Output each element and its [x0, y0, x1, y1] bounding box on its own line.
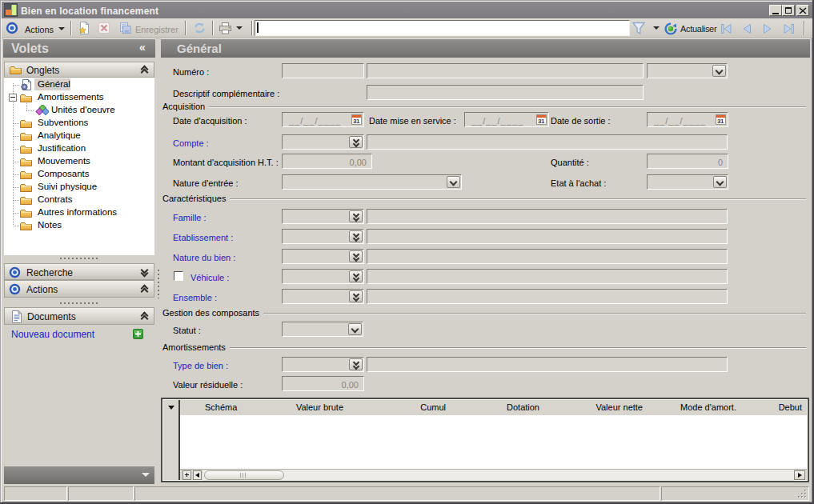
- compte-label[interactable]: Compte :: [173, 138, 209, 148]
- chevron-double-down-icon[interactable]: [349, 250, 363, 262]
- filter-dropdown-icon[interactable]: [653, 26, 660, 30]
- print-dropdown-icon[interactable]: [236, 26, 243, 30]
- tree-item-notes[interactable]: Notes: [38, 220, 62, 230]
- vehicule-combo[interactable]: [282, 269, 364, 284]
- sidebar-bottom-bar[interactable]: [4, 466, 154, 484]
- grid-column-schema[interactable]: Schéma: [205, 402, 237, 412]
- save-icon[interactable]: [118, 22, 131, 34]
- chevron-double-down-icon[interactable]: [349, 210, 363, 222]
- chevron-double-down-icon[interactable]: [349, 270, 363, 282]
- famille-libelle-input[interactable]: [367, 209, 728, 224]
- nav-last-icon[interactable]: [783, 23, 795, 34]
- maximize-button[interactable]: [782, 5, 795, 16]
- nav-next-icon[interactable]: [762, 23, 773, 34]
- scrollbar-thumb[interactable]: [204, 470, 284, 480]
- refresh-icon[interactable]: [193, 22, 207, 35]
- resize-grip[interactable]: [798, 490, 808, 499]
- collapse-group-icon[interactable]: [141, 66, 150, 75]
- refresh-button[interactable]: Actualiser: [680, 24, 716, 34]
- nature-bien-libelle-input[interactable]: [367, 249, 728, 264]
- tree-expander-minus[interactable]: [9, 94, 17, 102]
- numero-combo[interactable]: [647, 63, 728, 78]
- famille-combo[interactable]: [282, 209, 364, 224]
- nav-previous-icon[interactable]: [741, 23, 752, 34]
- quantite-input[interactable]: 0: [647, 154, 728, 169]
- add-document-icon[interactable]: [133, 329, 143, 339]
- tree-item-general[interactable]: Général: [38, 79, 70, 89]
- etat-achat-combo[interactable]: [647, 174, 728, 190]
- close-button[interactable]: [796, 5, 809, 16]
- group-bar-onglets[interactable]: Onglets: [4, 62, 154, 78]
- grid-column-dotation[interactable]: Dotation: [459, 402, 539, 412]
- etablissement-libelle-input[interactable]: [367, 229, 728, 244]
- vehicule-label[interactable]: Véhicule :: [190, 273, 229, 282]
- tree-item-contrats[interactable]: Contrats: [38, 194, 72, 204]
- expand-group-icon[interactable]: [141, 267, 150, 276]
- print-icon[interactable]: [219, 22, 232, 34]
- actions-menu-button[interactable]: Actions: [25, 25, 54, 34]
- tree-item-subventions[interactable]: Subventions: [38, 118, 88, 127]
- tree-item-autres-informations[interactable]: Autres informations: [38, 207, 117, 217]
- chevron-double-down-icon[interactable]: [349, 290, 363, 302]
- new-document-icon[interactable]: [78, 22, 90, 34]
- group-bar-actions[interactable]: Actions: [4, 280, 154, 298]
- numero-input[interactable]: [282, 63, 364, 78]
- chevron-down-icon[interactable]: [713, 176, 727, 188]
- vehicule-libelle-input[interactable]: [367, 269, 728, 284]
- group-bar-recherche[interactable]: Recherche: [4, 263, 154, 280]
- grid-row-indicator-icon[interactable]: [168, 406, 174, 410]
- actions-bullseye-icon[interactable]: [6, 22, 18, 34]
- chevron-down-icon[interactable]: [348, 323, 362, 335]
- chevron-double-down-icon[interactable]: [349, 230, 363, 242]
- ensemble-label[interactable]: Ensemble :: [173, 293, 217, 302]
- group-bar-documents[interactable]: Documents: [4, 307, 154, 325]
- date-acquisition-input[interactable]: __/__/____ 31: [282, 112, 364, 127]
- save-button[interactable]: Enregistrer: [135, 25, 178, 34]
- valeur-residuelle-input[interactable]: 0,00: [282, 376, 364, 391]
- type-bien-label[interactable]: Type de bien :: [173, 361, 228, 370]
- grid-column-cumul[interactable]: Cumul: [366, 402, 446, 412]
- actions-dropdown-icon[interactable]: [58, 27, 65, 30]
- collapse-group-icon[interactable]: [141, 313, 150, 322]
- ensemble-combo[interactable]: [282, 289, 364, 304]
- title-bar[interactable]: Bien en location financement: [2, 2, 812, 18]
- tree-item-amortissements[interactable]: Amortissements: [38, 92, 103, 102]
- delete-icon[interactable]: [98, 22, 110, 34]
- chevron-down-icon[interactable]: [447, 176, 460, 188]
- collapse-panel-icon[interactable]: «: [139, 41, 146, 54]
- descriptif-input[interactable]: [367, 85, 644, 100]
- numero-libelle-input[interactable]: [367, 63, 644, 78]
- chevron-double-down-icon[interactable]: [349, 358, 363, 370]
- splitter-grip[interactable]: [60, 302, 98, 304]
- scrollbar-track[interactable]: [202, 470, 794, 481]
- chevron-down-icon[interactable]: [712, 65, 726, 77]
- scroll-down-icon[interactable]: [142, 473, 150, 477]
- splitter-grip[interactable]: [60, 258, 98, 259]
- calendar-icon[interactable]: 31: [351, 114, 362, 125]
- scroll-right-button[interactable]: [794, 470, 805, 480]
- search-input[interactable]: [255, 20, 630, 36]
- date-mise-en-service-input[interactable]: __/__/____ 31: [464, 112, 549, 127]
- tree-item-suivi-physique[interactable]: Suivi physique: [38, 182, 97, 191]
- tree-item-analytique[interactable]: Analytique: [38, 130, 81, 140]
- grid-column-valeur-brute[interactable]: Valeur brute: [263, 402, 343, 412]
- compte-libelle-input[interactable]: [367, 134, 728, 150]
- montant-input[interactable]: 0,00: [282, 154, 372, 169]
- nav-first-icon[interactable]: [720, 23, 732, 34]
- panel-splitter[interactable]: [158, 270, 159, 298]
- etablissement-combo[interactable]: [282, 229, 364, 244]
- grid-column-debut[interactable]: Debut: [746, 402, 802, 412]
- grid-column-mode-amort[interactable]: Mode d'amort.: [680, 402, 736, 412]
- vehicule-checkbox[interactable]: [174, 271, 183, 281]
- nature-bien-combo[interactable]: [282, 249, 364, 264]
- statut-combo[interactable]: [282, 322, 363, 337]
- new-document-link[interactable]: Nouveau document: [11, 329, 94, 340]
- calendar-icon[interactable]: 31: [716, 114, 726, 125]
- tree-item-composants[interactable]: Composants: [38, 169, 90, 178]
- famille-label[interactable]: Famille :: [173, 213, 207, 222]
- type-bien-libelle-input[interactable]: [367, 357, 728, 372]
- scroll-left-button[interactable]: [193, 470, 202, 480]
- nature-entree-combo[interactable]: [282, 174, 462, 190]
- tree-item-unites-oeuvre[interactable]: Unités d'oeuvre: [51, 105, 115, 114]
- nature-bien-label[interactable]: Nature du bien :: [173, 253, 235, 262]
